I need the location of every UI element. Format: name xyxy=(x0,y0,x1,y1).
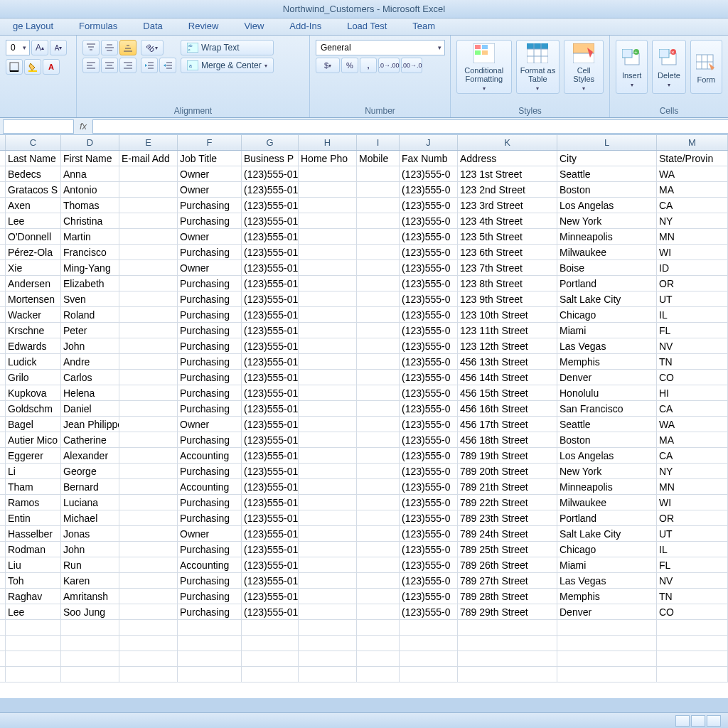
data-cell[interactable] xyxy=(299,307,357,322)
data-cell[interactable]: (123)555-0 xyxy=(400,526,458,541)
data-cell[interactable]: (123)555-0 xyxy=(400,198,458,213)
data-cell[interactable] xyxy=(119,198,178,213)
data-cell[interactable]: OR xyxy=(657,276,728,291)
data-cell[interactable]: UT xyxy=(657,526,728,541)
data-cell[interactable] xyxy=(6,651,61,666)
data-cell[interactable] xyxy=(119,307,178,322)
data-cell[interactable]: 123 9th Street xyxy=(458,291,557,306)
data-cell[interactable]: (123)555-0100 xyxy=(242,448,299,463)
data-cell[interactable] xyxy=(357,432,400,447)
data-cell[interactable]: 123 12th Street xyxy=(458,338,557,353)
data-cell[interactable] xyxy=(357,354,400,369)
data-cell[interactable]: Roland xyxy=(61,307,119,322)
data-cell[interactable] xyxy=(6,620,61,635)
align-top-icon[interactable] xyxy=(82,40,100,55)
data-cell[interactable] xyxy=(357,557,400,572)
data-cell[interactable]: 456 16th Street xyxy=(458,401,557,416)
format-button[interactable]: Form xyxy=(690,40,722,94)
data-cell[interactable] xyxy=(357,385,400,400)
header-cell[interactable]: Address xyxy=(458,151,557,166)
data-cell[interactable]: Denver xyxy=(557,370,657,385)
data-cell[interactable]: (123)555-0100 xyxy=(242,354,299,369)
data-cell[interactable]: San Francisco xyxy=(557,401,657,416)
data-cell[interactable] xyxy=(400,667,458,682)
data-cell[interactable]: MA xyxy=(657,432,728,447)
column-header[interactable]: G xyxy=(242,135,299,150)
data-cell[interactable] xyxy=(357,573,400,588)
data-cell[interactable]: NY xyxy=(657,464,728,478)
data-cell[interactable]: Luciana xyxy=(61,495,119,510)
select-all-corner[interactable] xyxy=(0,135,6,150)
data-cell[interactable]: (123)555-0 xyxy=(400,260,458,275)
data-cell[interactable]: (123)555-0100 xyxy=(242,198,299,213)
align-middle-icon[interactable] xyxy=(101,40,118,55)
data-cell[interactable] xyxy=(357,636,400,651)
data-cell[interactable] xyxy=(119,589,178,604)
data-cell[interactable]: Entin xyxy=(6,510,61,525)
data-cell[interactable]: Andre xyxy=(61,354,119,369)
data-cell[interactable]: Boise xyxy=(557,260,657,275)
data-cell[interactable]: 456 13th Street xyxy=(458,354,557,369)
data-cell[interactable] xyxy=(119,370,178,385)
data-cell[interactable] xyxy=(357,276,400,291)
data-cell[interactable] xyxy=(299,354,357,369)
column-header[interactable]: F xyxy=(178,135,242,150)
data-cell[interactable]: Helena xyxy=(61,385,119,400)
data-cell[interactable]: (123)555-0100 xyxy=(242,464,299,478)
header-cell[interactable]: E-mail Add xyxy=(119,151,178,166)
data-cell[interactable] xyxy=(357,338,400,353)
data-cell[interactable]: 789 25th Street xyxy=(458,542,557,557)
data-cell[interactable]: MN xyxy=(657,479,728,494)
data-cell[interactable] xyxy=(119,667,178,682)
data-cell[interactable]: (123)555-0100 xyxy=(242,542,299,557)
data-cell[interactable]: New York xyxy=(557,213,657,228)
data-cell[interactable]: Purchasing xyxy=(178,510,242,525)
data-cell[interactable]: NV xyxy=(657,573,728,588)
data-cell[interactable] xyxy=(657,620,728,635)
data-cell[interactable]: Purchasing xyxy=(178,401,242,416)
data-cell[interactable] xyxy=(299,370,357,385)
data-cell[interactable] xyxy=(299,510,357,525)
data-cell[interactable]: Milwaukee xyxy=(557,495,657,510)
data-cell[interactable]: (123)555-0 xyxy=(400,354,458,369)
data-cell[interactable]: Mortensen xyxy=(6,291,61,306)
data-cell[interactable] xyxy=(299,166,357,181)
data-cell[interactable]: Amritansh xyxy=(61,589,119,604)
data-cell[interactable]: Christina xyxy=(61,213,119,228)
data-cell[interactable] xyxy=(299,182,357,197)
data-cell[interactable]: (123)555-0100 xyxy=(242,479,299,494)
data-cell[interactable]: Salt Lake City xyxy=(557,291,657,306)
data-cell[interactable]: (123)555-0 xyxy=(400,307,458,322)
data-cell[interactable]: Francisco xyxy=(61,245,119,259)
ribbon-tab[interactable]: Team xyxy=(400,18,448,35)
data-cell[interactable] xyxy=(299,542,357,557)
data-cell[interactable]: (123)555-0 xyxy=(400,557,458,572)
align-center-icon[interactable] xyxy=(101,58,118,73)
data-cell[interactable]: 123 1st Street xyxy=(458,166,557,181)
column-header[interactable]: J xyxy=(400,135,458,150)
data-cell[interactable]: Purchasing xyxy=(178,323,242,338)
data-cell[interactable]: (123)555-0 xyxy=(400,385,458,400)
data-cell[interactable]: Minneapolis xyxy=(557,229,657,244)
data-cell[interactable] xyxy=(299,229,357,244)
data-cell[interactable]: Las Vegas xyxy=(557,573,657,588)
data-cell[interactable]: Purchasing xyxy=(178,604,242,619)
data-cell[interactable]: (123)555-0 xyxy=(400,542,458,557)
data-cell[interactable]: (123)555-0 xyxy=(400,323,458,338)
data-cell[interactable] xyxy=(657,636,728,651)
data-cell[interactable]: Purchasing xyxy=(178,291,242,306)
data-cell[interactable]: Los Angelas xyxy=(557,448,657,463)
data-cell[interactable]: (123)555-0 xyxy=(400,166,458,181)
data-cell[interactable] xyxy=(357,166,400,181)
data-cell[interactable]: (123)555-0100 xyxy=(242,323,299,338)
data-cell[interactable]: New York xyxy=(557,464,657,478)
data-cell[interactable] xyxy=(61,636,119,651)
data-cell[interactable]: Las Vegas xyxy=(557,338,657,353)
data-cell[interactable]: 123 2nd Street xyxy=(458,182,557,197)
column-header[interactable]: M xyxy=(657,135,728,150)
align-left-icon[interactable] xyxy=(82,58,100,73)
fill-color-icon[interactable] xyxy=(24,59,41,75)
data-cell[interactable] xyxy=(299,589,357,604)
data-cell[interactable]: (123)555-0100 xyxy=(242,213,299,228)
data-cell[interactable]: UT xyxy=(657,291,728,306)
